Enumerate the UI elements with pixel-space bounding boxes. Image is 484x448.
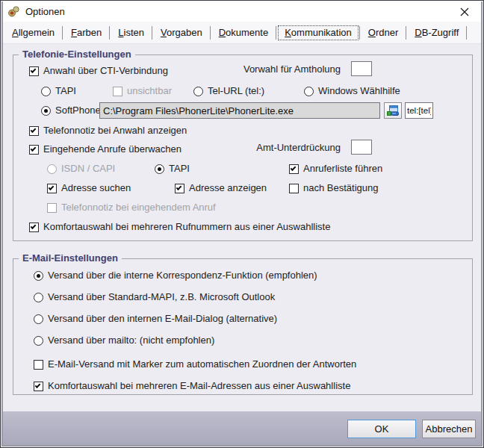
tab-label: Ordner: [368, 27, 398, 38]
checkbox-box: [175, 184, 184, 193]
radio-circle: [34, 314, 43, 324]
checkbox-box: [34, 360, 43, 370]
browse-application-button[interactable]: [384, 102, 402, 119]
adresse-anzeigen-checkbox[interactable]: Adresse anzeigen: [175, 182, 267, 194]
checkbox-box: [47, 184, 57, 193]
options-dialog: Optionen Allgemein Farben Listen Vorgabe…: [0, 0, 484, 448]
tab-label: Vorgaben: [161, 27, 202, 38]
tab-label: Allgemein: [12, 27, 55, 38]
checkbox-box: [289, 184, 299, 193]
email-option-korrespondenz-radio[interactable]: Versand über die interne Korrespondenz-F…: [34, 270, 317, 281]
vorwahl-input[interactable]: [351, 61, 372, 76]
checkbox-box: [34, 382, 43, 391]
unsichtbar-checkbox[interactable]: unsichtbar: [113, 85, 172, 97]
radio-dot-icon: [158, 167, 161, 171]
tel-url-label: Tel-URL (tel:): [208, 86, 264, 96]
email-option-dialog-radio[interactable]: Versand über den internen E-Mail-Dialog …: [34, 313, 277, 325]
tab-listen[interactable]: Listen: [110, 24, 152, 42]
checkmark-icon: [49, 184, 55, 190]
window-title: Optionen: [25, 6, 65, 17]
amt-unterdrueckung-label: Amt-Unterdrückung: [217, 142, 341, 153]
tel-param-input[interactable]: [405, 102, 433, 119]
tab-farben[interactable]: Farben: [63, 24, 110, 42]
unsichtbar-label: unsichtbar: [127, 86, 172, 96]
checkbox-box: [47, 203, 57, 213]
adresse-anzeigen-label: Adresse anzeigen: [189, 183, 267, 193]
tab-kommunikation[interactable]: Kommunikation: [276, 24, 360, 42]
checkbox-box: [29, 223, 39, 232]
windows-waehlhilfe-radio[interactable]: Windows Wählhilfe: [304, 85, 400, 97]
checkbox-box: [29, 145, 39, 155]
radio-circle: [47, 164, 57, 174]
adresse-suchen-checkbox[interactable]: Adresse suchen: [47, 182, 131, 194]
checkbox-box: [289, 164, 299, 174]
amt-unterdrueckung-input[interactable]: [351, 140, 372, 155]
softphone-path-input[interactable]: [99, 102, 380, 119]
tab-label: Kommunikation: [285, 27, 352, 38]
softphone-label: SoftPhone:: [55, 105, 103, 116]
tab-allgemein[interactable]: Allgemein: [4, 24, 63, 42]
adresse-suchen-label: Adresse suchen: [61, 183, 131, 193]
telefonnotiz-anwahl-label: Telefonnotiz bei Anwahl anzeigen: [43, 125, 187, 136]
email-option-label: Versand über den internen E-Mail-Dialog …: [48, 314, 277, 324]
komfortauswahl-email-label: Komfortauswahl bei mehreren E-Mail-Adres…: [48, 381, 350, 391]
tab-dokumente[interactable]: Dokumente: [211, 24, 276, 42]
eingehende-anrufe-checkbox[interactable]: Eingehende Anrufe überwachen: [29, 143, 182, 155]
tab-label: Farben: [71, 27, 102, 38]
waehlhilfe-label: Windows Wählhilfe: [318, 86, 400, 96]
ok-button[interactable]: OK: [347, 420, 416, 438]
email-option-mapi-radio[interactable]: Versand über Standard-MAPI, z.B. Microso…: [34, 291, 275, 303]
komfortauswahl-email-checkbox[interactable]: Komfortauswahl bei mehreren E-Mail-Adres…: [34, 380, 350, 392]
isdn-capi-radio[interactable]: ISDN / CAPI: [47, 163, 115, 175]
checkmark-icon: [176, 184, 182, 190]
tab-label: DB-Zugriff: [415, 27, 459, 38]
titlebar: Optionen: [1, 1, 483, 22]
komfortauswahl-rufnummern-label: Komfortauswahl bei mehreren Rufnummern a…: [43, 222, 330, 232]
checkmark-icon: [31, 146, 37, 152]
softphone-radio[interactable]: SoftPhone:: [41, 105, 103, 116]
checkmark-icon: [31, 127, 37, 133]
tab-ordner[interactable]: Ordner: [360, 24, 406, 42]
tapi-label: TAPI: [55, 86, 76, 96]
email-marker-checkbox[interactable]: E-Mail-Versand mit Marker zum automatisc…: [34, 358, 356, 370]
nach-bestaetigung-checkbox[interactable]: nach Bestätigung: [289, 182, 378, 194]
telefonnotiz-anwahl-checkbox[interactable]: Telefonnotiz bei Anwahl anzeigen: [29, 125, 187, 137]
ok-label: OK: [375, 423, 389, 435]
checkmark-icon: [291, 165, 297, 171]
email-option-mailto-radio[interactable]: Versand über mailto: (nicht empfohlen): [34, 335, 214, 346]
legend-email: E-Mail-Einstellungen: [19, 252, 122, 264]
cti-checkbox[interactable]: Anwahl über CTI-Verbindung: [29, 65, 168, 77]
email-option-label: Versand über mailto: (nicht empfohlen): [48, 335, 214, 346]
radio-dot-icon: [44, 109, 48, 113]
anruferliste-label: Anruferliste führen: [303, 164, 382, 174]
tapi-eingehend-radio[interactable]: TAPI: [155, 163, 190, 175]
tab-vorgaben[interactable]: Vorgaben: [152, 24, 211, 42]
komfortauswahl-rufnummern-checkbox[interactable]: Komfortauswahl bei mehreren Rufnummern a…: [29, 221, 330, 233]
legend-telefonie: Telefonie-Einstellungen: [19, 49, 135, 60]
checkmark-icon: [31, 223, 37, 229]
tab-db-zugriff[interactable]: DB-Zugriff: [406, 24, 467, 42]
radio-circle: [34, 293, 43, 302]
radio-circle: [41, 106, 51, 116]
radio-dot-icon: [37, 274, 40, 278]
keys-icon: [7, 5, 20, 18]
checkmark-icon: [31, 67, 37, 73]
telefonnotiz-eingehend-checkbox[interactable]: Telefonnotiz bei eingehendem Anruf: [47, 202, 216, 214]
tel-url-radio[interactable]: Tel-URL (tel:): [193, 85, 264, 97]
anruferliste-checkbox[interactable]: Anruferliste führen: [289, 163, 382, 175]
cancel-button[interactable]: Abbrechen: [422, 420, 476, 438]
tab-bar: Allgemein Farben Listen Vorgaben Dokumen…: [3, 22, 481, 44]
tab-label: Dokumente: [219, 27, 268, 38]
close-button[interactable]: [453, 4, 477, 19]
close-icon: [460, 7, 469, 16]
radio-circle: [304, 87, 314, 96]
radio-circle: [41, 87, 51, 96]
vorwahl-label: Vorwahl für Amtholung: [217, 63, 341, 75]
cti-label: Anwahl über CTI-Verbindung: [43, 66, 168, 76]
tapi-radio[interactable]: TAPI: [41, 85, 76, 97]
cancel-label: Abbrechen: [426, 423, 473, 435]
tapi-eingehend-label: TAPI: [169, 164, 190, 174]
checkbox-box: [29, 66, 39, 76]
isdn-capi-label: ISDN / CAPI: [61, 164, 115, 174]
email-option-label: Versand über die interne Korrespondenz-F…: [48, 270, 317, 281]
